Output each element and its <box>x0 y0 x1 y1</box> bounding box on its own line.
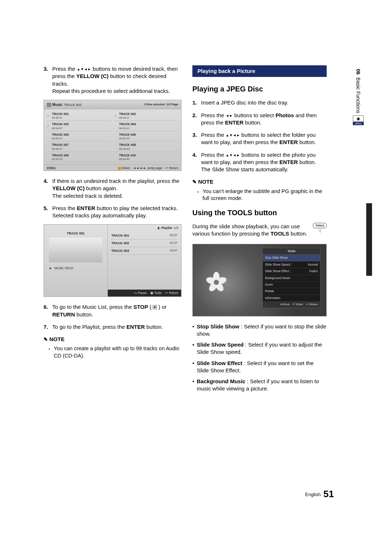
breadcrumb: TRACK 003 <box>64 103 81 107</box>
dpad-icon: ▲▼◄► <box>226 133 240 137</box>
tools-button-icon: TOOLS ☟ <box>313 223 327 239</box>
feature-bullet: Stop Slide Show : Select if you want to … <box>192 323 327 338</box>
dpad-icon: ▲▼◄► <box>226 153 240 157</box>
note-heading: NOTE <box>192 178 327 185</box>
jpeg-step-1: 1.Insert a JPEG disc into the disc tray. <box>192 99 327 106</box>
note-heading: NOTE <box>44 336 181 343</box>
hand-press-icon: ☟ <box>313 228 327 233</box>
jpeg-step-2: 2.Press the ◄► buttons to select Photos … <box>192 112 327 127</box>
tools-menu-screenshot: Tools Stop Slide ShowSlide Show Speed :N… <box>192 244 327 316</box>
track-row: TRACK 00900:03:53 <box>47 153 111 163</box>
menu-item: Zoom <box>263 282 320 288</box>
menu-item: Slide Show Speed :Normal <box>263 262 320 268</box>
feature-bullet: Slide Show Speed : Select if you want to… <box>192 341 327 356</box>
track-row: ✓TRACK 00300:04:07 <box>47 122 111 131</box>
stop-icon <box>153 305 157 309</box>
screen-title: Music <box>52 102 62 107</box>
step-3: 3. Press the ▲▼◄► buttons to move desire… <box>44 65 181 95</box>
track-row: ✓TRACK 00100:05:57 <box>47 111 111 121</box>
page-thumb-tab <box>366 203 372 276</box>
playback-screenshot: TRACK 001 ►00:08 / 05:57 ◐ Playlist 1/3 … <box>44 224 181 297</box>
chapter-sidebar: 06 Basic Functions ◉ JPEG <box>350 69 367 127</box>
note-body: You can create a playlist with up to 99 … <box>44 345 181 359</box>
page-footer: English 51 <box>305 488 334 500</box>
menu-item: Slide Show Effect :Fade1 <box>263 268 320 275</box>
chapter-label: 06 Basic Functions <box>355 69 361 113</box>
menu-item: Stop Slide Show <box>263 255 320 261</box>
feature-bullet: Background Music : Select if you want to… <box>192 378 327 393</box>
step-7: 7. To go to the Playlist, press the ENTE… <box>44 323 181 331</box>
music-note-icon <box>47 103 51 107</box>
playlist-item: TRACK 00105:57 <box>111 232 178 240</box>
jpeg-label: JPEG <box>353 122 364 125</box>
jpeg-step-4: 4.Press the ▲▼◄► buttons to select the p… <box>192 151 327 173</box>
time-display: 00:08 / 05:57 <box>54 266 74 270</box>
yellow-c-icon <box>118 167 121 170</box>
jpeg-badge: ◉ JPEG <box>353 115 364 125</box>
step-6: 6. To go to the Music List, press the ST… <box>44 303 181 318</box>
playlist-item: TRACK 00204:27 <box>111 240 178 247</box>
left-right-icon: ◄► <box>226 114 233 118</box>
play-icon: ► <box>49 266 52 270</box>
left-column: 3. Press the ▲▼◄► buttons to move desire… <box>44 65 181 396</box>
heading-tools: Using the TOOLS button <box>192 208 327 218</box>
camera-icon: ◉ <box>353 115 364 122</box>
track-row: TRACK 00400:03:41 <box>114 122 178 131</box>
music-list-screenshot: Music TRACK 003 3 files selected 1/2 Pag… <box>44 100 181 171</box>
dpad-icon: ▲▼◄► <box>77 67 91 71</box>
track-row: ✓TRACK 00200:04:27 <box>114 111 178 121</box>
step-4: 4. If there is an undesired track in the… <box>44 177 181 200</box>
feature-bullet: Slide Show Effect : Select if you want t… <box>192 360 327 375</box>
flower-image <box>207 273 225 291</box>
track-row: TRACK 00800:03:49 <box>114 142 178 152</box>
tools-menu: Tools Stop Slide ShowSlide Show Speed :N… <box>262 248 320 308</box>
track-row: TRACK 00700:03:47 <box>47 142 111 152</box>
menu-item: Information <box>263 295 320 302</box>
menu-title: Tools <box>263 248 320 255</box>
jpeg-step-3: 3.Press the ▲▼◄► buttons to select the f… <box>192 131 327 146</box>
track-row: TRACK 00500:03:17 <box>47 132 111 142</box>
note-body: You can't enlarge the subtitle and PG gr… <box>192 188 327 202</box>
heading-jpeg-disc: Playing a JPEG Disc <box>192 84 327 94</box>
tools-paragraph: During the slide show playback, you can … <box>192 223 327 239</box>
source-label: CDDA <box>47 166 56 170</box>
menu-item: Background Music <box>263 275 320 282</box>
menu-item: Rotate <box>263 288 320 295</box>
track-row: TRACK 00600:03:35 <box>114 132 178 142</box>
step-5: 5. Press the ENTER button to play the se… <box>44 205 181 220</box>
now-playing-title: TRACK 001 <box>44 225 107 238</box>
playlist-icon: ◐ <box>158 226 160 230</box>
album-art-placeholder <box>49 238 102 262</box>
section-heading: Playing back a Picture <box>192 65 327 77</box>
playlist-item: TRACK 00304:07 <box>111 247 178 255</box>
right-column: Playing back a Picture Playing a JPEG Di… <box>192 65 327 396</box>
track-row: TRACK 01000:03:45 <box>114 153 178 163</box>
